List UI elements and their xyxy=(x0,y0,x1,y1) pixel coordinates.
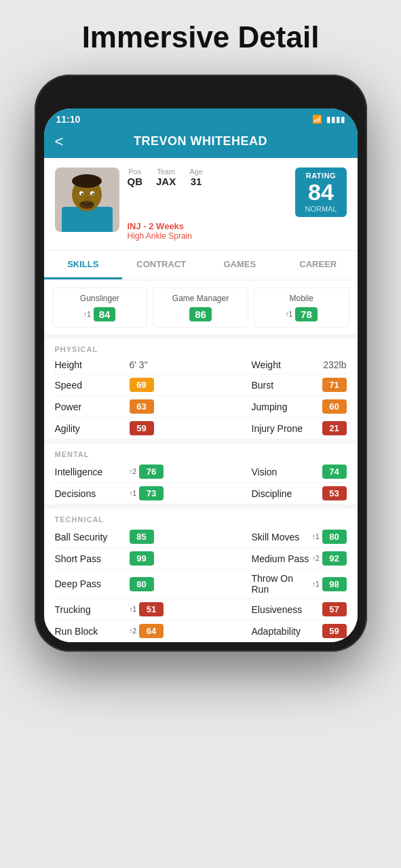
archetype-mobile-score: ↑1 78 xyxy=(259,307,345,321)
position-stat: Pos QB xyxy=(128,167,143,217)
discipline-badge: 53 xyxy=(322,486,347,500)
vision-name: Vision xyxy=(252,467,320,477)
attr-jumping: Jumping 60 xyxy=(252,399,347,414)
injury-name: Injury Prone xyxy=(252,423,320,434)
weight-name: Weight xyxy=(252,359,321,370)
archetype-gamemanager-score: 86 xyxy=(157,307,244,321)
throw-on-run-name: Throw On Run xyxy=(252,573,309,595)
archetype-gamemanager: Game Manager 86 xyxy=(153,288,248,328)
attr-row-deeppass: Deep Pass 80 Throw On Run ↑1 98 xyxy=(55,570,347,599)
attr-row-decisions: Decisions ↑1 73 Discipline 53 xyxy=(55,483,347,505)
attr-row-height-weight: Height 6' 3" Weight 232lb xyxy=(55,356,347,374)
archetype-gunslinger-score: ↑1 84 xyxy=(57,307,143,321)
decisions-badge: 73 xyxy=(139,486,164,500)
medium-pass-up: ↑2 xyxy=(312,555,320,562)
attr-elusiveness: Elusiveness 57 xyxy=(252,602,347,616)
attr-agility: Agility xyxy=(55,423,130,434)
attr-power: Power xyxy=(55,401,130,412)
injury-status: INJ - 2 Weeks High Ankle Sprain xyxy=(128,221,347,241)
team-stat: Team JAX xyxy=(156,167,176,217)
attr-decisions: Decisions xyxy=(55,488,130,499)
svg-point-7 xyxy=(92,193,94,195)
attr-height: Height xyxy=(55,359,130,370)
intelligence-badge: 76 xyxy=(139,465,164,479)
trucking-up: ↑1 xyxy=(130,606,137,613)
injury-detail: High Ankle Sprain xyxy=(128,231,347,241)
attr-row-agility: Agility 59 Injury Prone 21 xyxy=(55,418,347,439)
team-label: Team xyxy=(157,167,175,176)
page-wrapper: Immersive Detail 11:10 📶 ▮▮▮▮ < TREVON W… xyxy=(0,0,401,868)
svg-point-8 xyxy=(85,197,89,199)
pos-value: QB xyxy=(128,176,143,187)
weight-value: 232lb xyxy=(323,359,346,370)
tabs: SKILLS CONTRACT GAMES CAREER xyxy=(44,250,358,279)
player-name-header: TREVON WHITEHEAD xyxy=(134,134,267,149)
attr-power-mid: 63 xyxy=(130,399,252,414)
page-title: Immersive Detail xyxy=(82,20,320,54)
deep-pass-badge: 80 xyxy=(130,577,154,591)
tab-career[interactable]: CAREER xyxy=(279,251,358,279)
player-stats-row: Pos QB Team JAX Age 31 RATING xyxy=(128,167,347,217)
attr-adaptability: Adaptability 59 xyxy=(252,624,347,638)
run-block-badge: 64 xyxy=(139,624,164,638)
attr-short-pass: Short Pass xyxy=(55,553,130,564)
phone-frame: 11:10 📶 ▮▮▮▮ < TREVON WHITEHEAD xyxy=(35,75,367,652)
technical-section: TECHNICAL Ball Security 85 Skill Moves ↑… xyxy=(44,509,358,642)
attr-weight: Weight 232lb xyxy=(252,359,347,370)
attr-medium-pass: Medium Pass ↑2 92 xyxy=(252,551,347,566)
pos-label: Pos xyxy=(128,167,141,176)
attr-row-runblock: Run Block ↑2 64 Adaptability 59 xyxy=(55,620,347,642)
rating-normal: NORMAL xyxy=(305,205,337,213)
jumping-name: Jumping xyxy=(252,401,320,412)
age-label: Age xyxy=(189,167,203,176)
gamemanager-badge: 86 xyxy=(189,307,212,321)
tab-games[interactable]: GAMES xyxy=(201,251,280,279)
svg-point-9 xyxy=(79,201,94,209)
battery-icon: ▮▮▮▮ xyxy=(326,115,345,124)
gunslinger-up: ↑1 xyxy=(83,311,91,318)
physical-label: PHYSICAL xyxy=(55,338,347,356)
status-icons: 📶 ▮▮▮▮ xyxy=(312,115,345,124)
player-info: Pos QB Team JAX Age 31 RATING xyxy=(128,167,347,241)
attr-agility-mid: 59 xyxy=(130,421,252,435)
archetype-gunslinger-name: Gunslinger xyxy=(57,294,143,303)
trucking-badge: 51 xyxy=(139,602,164,616)
throw-on-run-up: ↑1 xyxy=(312,580,320,588)
phone-notch-area xyxy=(44,84,358,108)
archetype-gunslinger: Gunslinger ↑1 84 xyxy=(52,288,148,328)
attr-skill-moves: Skill Moves ↑1 80 xyxy=(252,530,347,544)
attr-runblock-mid: ↑2 64 xyxy=(130,624,252,638)
phone-screen: 11:10 📶 ▮▮▮▮ < TREVON WHITEHEAD xyxy=(44,108,358,642)
injury-text: INJ - 2 Weeks xyxy=(128,221,347,231)
decisions-up: ↑1 xyxy=(130,490,137,497)
short-pass-badge: 99 xyxy=(130,551,154,566)
attr-speed-mid: 69 xyxy=(130,378,252,392)
player-avatar xyxy=(55,167,119,232)
burst-badge: 71 xyxy=(322,378,347,392)
power-badge: 63 xyxy=(130,399,154,414)
skill-moves-up: ↑1 xyxy=(312,533,320,540)
run-block-up: ↑2 xyxy=(130,627,137,635)
technical-label: TECHNICAL xyxy=(55,509,347,526)
injury-badge: 21 xyxy=(322,421,347,435)
tab-contract[interactable]: CONTRACT xyxy=(122,251,201,279)
svg-point-6 xyxy=(81,193,83,195)
agility-badge: 59 xyxy=(130,421,154,435)
header: < TREVON WHITEHEAD xyxy=(44,129,358,158)
mobile-up: ↑1 xyxy=(286,311,293,318)
attr-trucking-mid: ↑1 51 xyxy=(130,602,252,616)
skill-moves-badge: 80 xyxy=(322,530,347,544)
vision-badge: 74 xyxy=(322,465,347,479)
phone-notch xyxy=(153,84,248,102)
player-section: Pos QB Team JAX Age 31 RATING xyxy=(44,158,358,250)
intelligence-up: ↑2 xyxy=(130,468,137,475)
height-value: 6' 3" xyxy=(130,359,148,370)
team-value: JAX xyxy=(156,176,176,187)
attr-throw-on-run: Throw On Run ↑1 98 xyxy=(252,573,347,595)
attr-vision: Vision 74 xyxy=(252,465,347,479)
attr-speed: Speed xyxy=(55,380,130,391)
tab-skills[interactable]: SKILLS xyxy=(44,251,123,279)
medium-pass-badge: 92 xyxy=(322,551,347,566)
wifi-icon: 📶 xyxy=(312,115,322,124)
back-button[interactable]: < xyxy=(55,133,64,151)
